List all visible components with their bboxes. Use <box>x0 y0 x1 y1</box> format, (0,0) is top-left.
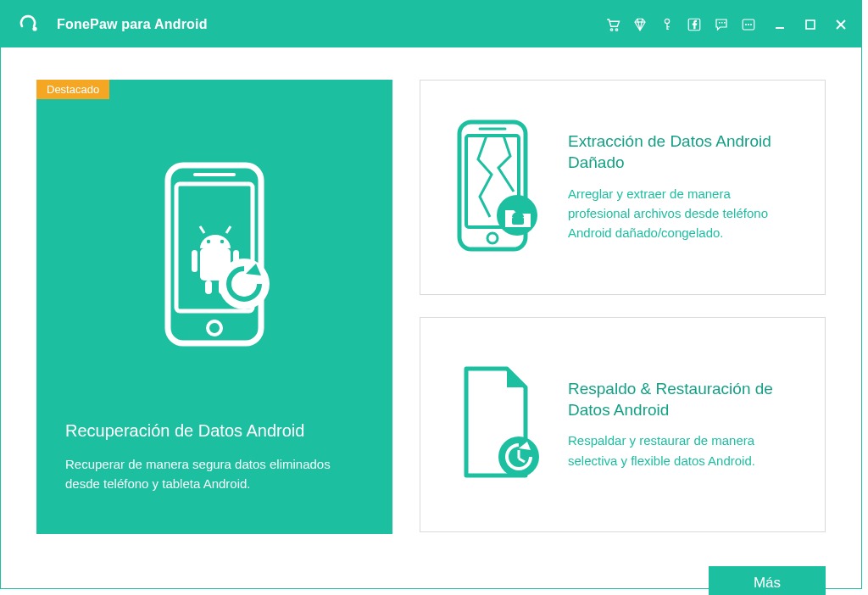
svg-line-23 <box>226 226 231 233</box>
svg-point-31 <box>487 233 498 243</box>
minimize-button[interactable] <box>771 16 788 33</box>
app-window: FonePaw para Android <box>0 0 862 589</box>
svg-point-0 <box>32 26 36 31</box>
feedback-icon[interactable] <box>712 15 731 34</box>
titlebar-actions <box>604 15 849 34</box>
card-data-recovery[interactable]: Destacado <box>36 80 392 534</box>
card-title: Recuperación de Datos Android <box>65 421 364 441</box>
more-button[interactable]: Más <box>709 566 826 595</box>
content-area: Destacado <box>1 47 861 595</box>
card-desc: Arreglar y extraer de manera profesional… <box>568 184 796 243</box>
key-icon[interactable] <box>658 15 676 34</box>
svg-point-2 <box>615 28 617 30</box>
facebook-icon[interactable] <box>685 15 704 34</box>
svg-point-24 <box>207 240 210 243</box>
svg-point-7 <box>748 24 749 25</box>
svg-rect-10 <box>806 20 815 29</box>
titlebar: FonePaw para Android <box>1 1 861 47</box>
card-backup-restore[interactable]: Respaldo & Restauración de Datos Android… <box>420 317 826 532</box>
backup-file-icon <box>444 357 546 492</box>
svg-point-3 <box>665 19 669 23</box>
featured-badge: Destacado <box>36 80 109 99</box>
svg-rect-18 <box>192 250 198 272</box>
svg-point-16 <box>208 321 221 335</box>
svg-line-22 <box>200 226 204 233</box>
svg-rect-20 <box>205 281 212 294</box>
app-title: FonePaw para Android <box>57 17 208 32</box>
card-desc: Respaldar y restaurar de manera selectiv… <box>568 431 796 470</box>
card-title: Extracción de Datos Android Dañado <box>568 131 796 173</box>
svg-point-1 <box>610 28 612 30</box>
cart-icon[interactable] <box>604 15 622 34</box>
card-title: Respaldo & Restauración de Datos Android <box>568 379 796 420</box>
phone-restore-icon <box>65 80 364 421</box>
card-desc: Recuperar de manera segura datos elimina… <box>65 454 364 494</box>
app-logo-icon <box>16 13 40 36</box>
broken-phone-icon <box>444 115 546 259</box>
svg-point-6 <box>745 24 747 25</box>
close-button[interactable] <box>832 16 849 33</box>
menu-icon[interactable] <box>739 15 758 34</box>
maximize-button[interactable] <box>802 16 819 33</box>
diamond-icon[interactable] <box>631 15 649 34</box>
svg-rect-33 <box>512 217 524 225</box>
svg-point-25 <box>220 240 224 243</box>
svg-point-8 <box>750 24 752 25</box>
card-broken-extraction[interactable]: Extracción de Datos Android Dañado Arreg… <box>420 80 826 295</box>
